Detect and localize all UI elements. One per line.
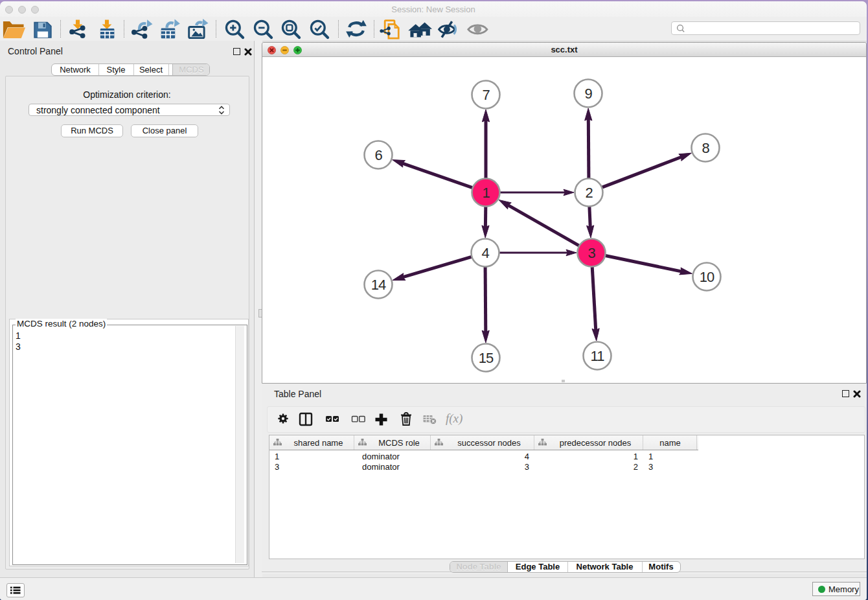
svg-text:3: 3	[588, 245, 595, 261]
svg-text:9: 9	[584, 86, 592, 102]
svg-text:4: 4	[481, 245, 489, 261]
svg-text:14: 14	[371, 277, 386, 293]
svg-text:11: 11	[591, 348, 605, 364]
svg-text:7: 7	[482, 87, 490, 103]
svg-text:1: 1	[482, 185, 490, 201]
svg-text:15: 15	[479, 350, 494, 366]
svg-text:6: 6	[374, 147, 382, 163]
svg-text:8: 8	[702, 140, 709, 156]
svg-text:10: 10	[700, 269, 714, 285]
svg-text:2: 2	[585, 185, 593, 201]
